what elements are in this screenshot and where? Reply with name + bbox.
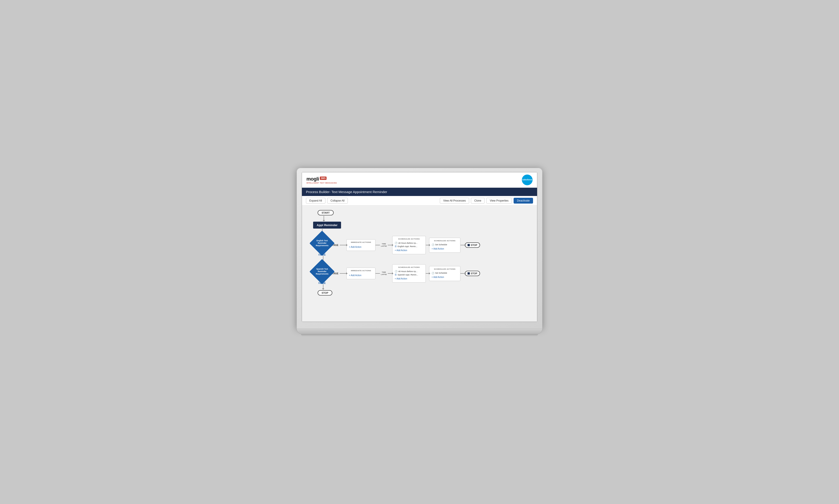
english-branch-row: English Text Reminder Requirements FALSE… (313, 234, 480, 256)
spanish-scheduled1: SCHEDULED ACTIONS 🕐 48 Hours Before Ap..… (392, 264, 426, 283)
clone-button[interactable]: Clone (471, 198, 484, 203)
english-scheduled2-header: SCHEDULED ACTIONS (432, 240, 458, 242)
spanish-scheduled1-add[interactable]: + Add Action (395, 277, 423, 281)
logo-text: mogli (306, 176, 319, 182)
spanish-time-lapse-area: TIMELAPSE (375, 271, 392, 275)
spanish-diamond[interactable]: Spanish Text Reminder Requirements (309, 259, 335, 284)
spanish-diamond-col: Spanish Text Reminder Requirements FALSE (313, 263, 331, 284)
spanish-immediate-add-action[interactable]: + Add Action (349, 273, 373, 277)
view-properties-button[interactable]: View Properties (486, 198, 512, 203)
spanish-immediate-actions: IMMEDIATE ACTIONS + Add Action (346, 268, 375, 279)
appt-reminder-node[interactable]: Appt Reminder (313, 222, 341, 229)
spanish-branch-section: Spanish Text Reminder Requirements FALSE… (313, 263, 480, 284)
logo-badge: SMS (320, 177, 327, 180)
app-header: mogli SMS INTELLIGENT TEXT MESSAGING sal… (302, 172, 537, 188)
english-stop-node: STOP (465, 242, 480, 248)
english-diamond-text: English Text Reminder Requirements (313, 239, 331, 248)
deactivate-button[interactable]: Deactivate (514, 198, 533, 203)
english-scheduled1-add[interactable]: + Add Action (395, 248, 423, 252)
connector-h6 (388, 273, 392, 274)
spanish-branch-row: Spanish Text Reminder Requirements FALSE… (313, 263, 480, 284)
screen-bezel: mogli SMS INTELLIGENT TEXT MESSAGING sal… (296, 168, 543, 329)
english-scheduled2-item1[interactable]: 🕐 Set Schedule (432, 244, 458, 246)
laptop-base-shadow (301, 334, 538, 336)
logo-mogli: mogli SMS (306, 176, 327, 182)
english-time-lapse-area: TIMELAPSE (375, 243, 392, 247)
connector-h2 (388, 245, 392, 245)
logo-tagline: INTELLIGENT TEXT MESSAGING (306, 182, 337, 184)
spanish-scheduled2-item1[interactable]: 🕐 Set Schedule (432, 272, 458, 274)
connector-h3 (426, 245, 429, 245)
spanish-false-arrow (322, 284, 324, 290)
spanish-scheduled2-add[interactable]: + Add Action (432, 275, 458, 279)
arrow-spanish-true (340, 273, 346, 274)
connector-h5 (375, 273, 380, 274)
english-scheduled1: SCHEDULED ACTIONS 🕐 48 Hours Before Ap..… (392, 236, 426, 254)
english-immediate-add-action[interactable]: + Add Action (349, 245, 373, 249)
connector-h1 (375, 245, 380, 245)
english-scheduled1-item2[interactable]: ☰ English Appt. Remin... (395, 245, 423, 248)
salesforce-logo: salesforce (522, 175, 533, 185)
spanish-scheduled2-header: SCHEDULED ACTIONS (432, 268, 458, 270)
logo: mogli SMS INTELLIGENT TEXT MESSAGING (306, 176, 337, 184)
connector-h7 (426, 273, 429, 274)
english-immediate-header: IMMEDIATE ACTIONS (349, 241, 373, 243)
spanish-scheduled1-header: SCHEDULED ACTIONS (395, 266, 423, 268)
expand-all-button[interactable]: Expand All (306, 198, 325, 203)
connector-h8 (460, 273, 465, 274)
stop-label2: STOP (471, 272, 477, 275)
english-time-lapse-box: TIMELAPSE (380, 243, 388, 247)
english-scheduled1-header: SCHEDULED ACTIONS (395, 238, 423, 240)
spanish-scheduled2: SCHEDULED ACTIONS 🕐 Set Schedule + Add A… (429, 266, 460, 281)
v-arrow-spanish-false (322, 288, 324, 290)
toolbar: Expand All Collapse All View All Process… (302, 196, 537, 205)
laptop-frame: mogli SMS INTELLIGENT TEXT MESSAGING sal… (296, 168, 543, 336)
arrow-english-true (340, 245, 346, 245)
spanish-immediate-header: IMMEDIATE ACTIONS (349, 270, 373, 272)
start-label: START (318, 210, 334, 215)
connector-h4 (460, 245, 465, 245)
spanish-diamond-text: Spanish Text Reminder Requirements (313, 267, 331, 276)
clock-icon4: 🕐 (432, 272, 434, 274)
collapse-all-button[interactable]: Collapse All (327, 198, 348, 203)
spanish-stop-node: STOP (465, 271, 480, 276)
english-diamond[interactable]: English Text Reminder Requirements (309, 231, 335, 256)
clock-icon3: 🕐 (395, 270, 397, 272)
arrow-start-to-appt (324, 216, 324, 220)
clock-icon2: 🕐 (432, 244, 434, 246)
process-title: Process Builder- Text Message Appointmen… (302, 188, 537, 196)
spanish-scheduled1-item1[interactable]: 🕐 48 Hours Before Ap... (395, 270, 423, 272)
canvas: START Appt Reminder (302, 205, 537, 322)
laptop-base (296, 329, 543, 334)
v-line-spanish-false (323, 284, 323, 288)
flow-container: START Appt Reminder (306, 210, 533, 295)
view-all-processes-button[interactable]: View All Processes (440, 198, 469, 203)
spanish-scheduled1-item2[interactable]: ☰ Spanish Appt. Remin... (395, 273, 423, 276)
english-scheduled2: SCHEDULED ACTIONS 🕐 Set Schedule + Add A… (429, 238, 460, 253)
english-immediate-actions: IMMEDIATE ACTIONS + Add Action (346, 239, 375, 251)
english-diamond-col: English Text Reminder Requirements FALSE (313, 234, 331, 256)
list-icon2: ☰ (395, 273, 397, 276)
spanish-time-lapse-box: TIMELAPSE (380, 271, 388, 275)
stop-label1: STOP (471, 244, 477, 247)
stop-square1 (467, 244, 470, 246)
english-scheduled1-item1[interactable]: 🕐 48 Hours Before Ap... (395, 242, 423, 244)
list-icon1: ☰ (395, 245, 397, 248)
start-node: START (318, 210, 334, 215)
screen: mogli SMS INTELLIGENT TEXT MESSAGING sal… (302, 172, 537, 322)
clock-icon1: 🕐 (395, 242, 397, 244)
english-scheduled2-add[interactable]: + Add Action (432, 247, 458, 251)
bottom-stop-label: STOP (318, 290, 332, 295)
english-time-lapse-label: TIMELAPSE (381, 243, 387, 247)
bottom-stop-node: STOP (318, 290, 332, 295)
english-branch-section: English Text Reminder Requirements FALSE… (313, 234, 480, 256)
stop-square2 (467, 272, 470, 274)
spanish-time-lapse-label: TIMELAPSE (381, 271, 387, 275)
